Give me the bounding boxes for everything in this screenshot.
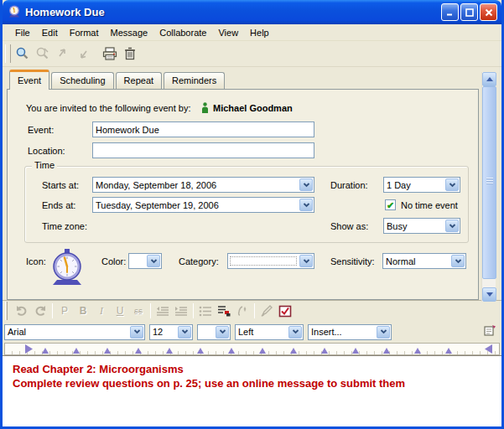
menu-help[interactable]: Help	[244, 25, 275, 40]
print-icon[interactable]	[100, 44, 120, 64]
menu-message[interactable]: Message	[105, 25, 154, 40]
strikethrough-button[interactable]: ss	[129, 302, 148, 319]
close-button[interactable]	[480, 3, 497, 21]
starts-at-label: Starts at:	[42, 180, 79, 190]
category-value	[230, 256, 297, 266]
message-line: Read Chapter 2: Microorganisms	[13, 362, 501, 376]
scroll-up-icon[interactable]	[482, 72, 496, 86]
chevron-down-icon[interactable]	[445, 220, 459, 232]
event-tab-panel: You are invited to the following event b…	[7, 89, 479, 300]
chevron-down-icon[interactable]	[299, 178, 313, 191]
color-label: Color:	[101, 256, 126, 266]
chevron-down-icon[interactable]	[445, 178, 459, 191]
plain-text-button[interactable]: P	[55, 302, 74, 319]
signature-pen-icon[interactable]	[257, 302, 276, 319]
insert-field-icon[interactable]	[233, 302, 252, 319]
duration-label: Duration:	[330, 180, 368, 190]
left-indent-marker[interactable]	[25, 344, 33, 354]
zoom-icon[interactable]	[13, 44, 33, 64]
starts-at-combo[interactable]: Monday, September 18, 2006	[92, 177, 314, 193]
event-label: Event:	[28, 125, 54, 135]
delete-icon[interactable]	[120, 44, 140, 64]
font-family-value: Arial	[5, 327, 129, 337]
tab-reminders[interactable]: Reminders	[164, 72, 225, 89]
right-indent-marker[interactable]	[485, 344, 492, 354]
chevron-down-icon[interactable]	[288, 326, 302, 339]
time-groupbox: Time Starts at: Monday, September 18, 20…	[24, 166, 469, 243]
font-size-combo[interactable]: 12	[149, 324, 193, 340]
toolbar-grip[interactable]	[5, 44, 11, 63]
ends-at-label: Ends at:	[42, 200, 75, 210]
tab-strip: Event Scheduling Repeat Reminders	[3, 67, 501, 89]
tab-event[interactable]: Event	[9, 70, 49, 90]
sender-name: Michael Goodman	[213, 103, 293, 113]
scroll-down-icon[interactable]	[482, 287, 496, 302]
font-row: Arial 12 Left Insert...	[3, 321, 501, 343]
chevron-down-icon[interactable]	[178, 326, 191, 339]
message-body[interactable]: Read Chapter 2: Microorganisms Complete …	[3, 355, 501, 426]
chevron-down-icon[interactable]	[216, 326, 229, 339]
alignment-combo[interactable]: Left	[235, 324, 304, 340]
chevron-down-icon[interactable]	[299, 199, 313, 211]
ends-at-value: Tuesday, September 19, 2006	[93, 200, 299, 210]
category-label: Category:	[179, 256, 219, 266]
checkmark-icon: ✔	[387, 201, 394, 209]
insert-value: Insert...	[309, 327, 376, 337]
menu-edit[interactable]: Edit	[36, 25, 64, 40]
chevron-down-icon[interactable]	[377, 326, 390, 339]
outdent-icon[interactable]	[153, 302, 172, 319]
italic-button[interactable]: I	[92, 302, 111, 319]
message-line: Complete review questions on p. 25; use …	[13, 376, 501, 390]
chevron-down-icon[interactable]	[299, 255, 313, 267]
maximize-button[interactable]	[460, 3, 478, 21]
location-input[interactable]	[92, 142, 314, 158]
main-toolbar	[3, 41, 501, 67]
numbered-list-icon[interactable]	[215, 302, 233, 319]
menu-view[interactable]: View	[212, 25, 244, 40]
chevron-down-icon[interactable]	[130, 326, 143, 339]
insert-object-icon[interactable]	[484, 324, 496, 339]
next-icon[interactable]	[73, 44, 93, 64]
event-input[interactable]: Homework Due	[92, 121, 314, 137]
spell-check-icon[interactable]	[276, 302, 294, 319]
tab-scheduling[interactable]: Scheduling	[51, 72, 113, 89]
zoom-edit-icon[interactable]	[33, 44, 53, 64]
ends-at-combo[interactable]: Tuesday, September 19, 2006	[92, 197, 314, 213]
tab-repeat[interactable]: Repeat	[116, 72, 162, 89]
minimize-button[interactable]	[441, 3, 459, 21]
no-time-event-label: No time event	[401, 200, 458, 210]
show-as-combo[interactable]: Busy	[383, 218, 460, 234]
menu-collaborate[interactable]: Collaborate	[153, 25, 212, 40]
insert-combo[interactable]: Insert...	[308, 324, 392, 340]
time-zone-label: Time zone:	[42, 221, 87, 231]
redo-icon[interactable]	[31, 302, 49, 319]
color-combo[interactable]	[128, 253, 162, 269]
chevron-down-icon[interactable]	[451, 255, 465, 267]
font-color-combo[interactable]	[197, 324, 231, 340]
previous-icon[interactable]	[53, 44, 73, 64]
category-combo[interactable]	[227, 253, 314, 269]
scrollbar-thumb[interactable]	[482, 86, 496, 279]
duration-combo[interactable]: 1 Day	[383, 177, 460, 193]
format-toolbar: P B I U ss	[3, 300, 501, 321]
menu-file[interactable]: File	[9, 25, 36, 40]
underline-button[interactable]: U	[111, 302, 129, 319]
menu-format[interactable]: Format	[64, 25, 105, 40]
chevron-down-icon[interactable]	[147, 255, 160, 267]
sensitivity-combo[interactable]: Normal	[382, 253, 466, 269]
vertical-scrollbar[interactable]	[481, 72, 496, 302]
app-clock-icon	[8, 4, 21, 21]
location-label: Location:	[28, 146, 65, 156]
bold-button[interactable]: B	[74, 302, 92, 319]
indent-icon[interactable]	[172, 302, 190, 319]
ruler[interactable]	[4, 343, 500, 355]
sensitivity-value: Normal	[383, 256, 450, 266]
person-icon	[201, 102, 209, 115]
no-time-event-checkbox[interactable]: ✔	[385, 199, 396, 210]
bullet-list-icon[interactable]	[196, 302, 215, 319]
font-family-combo[interactable]: Arial	[4, 324, 145, 340]
undo-icon[interactable]	[13, 302, 31, 319]
show-as-value: Busy	[384, 221, 444, 231]
format-toolbar-grip[interactable]	[5, 302, 8, 320]
show-as-label: Show as:	[330, 221, 368, 231]
